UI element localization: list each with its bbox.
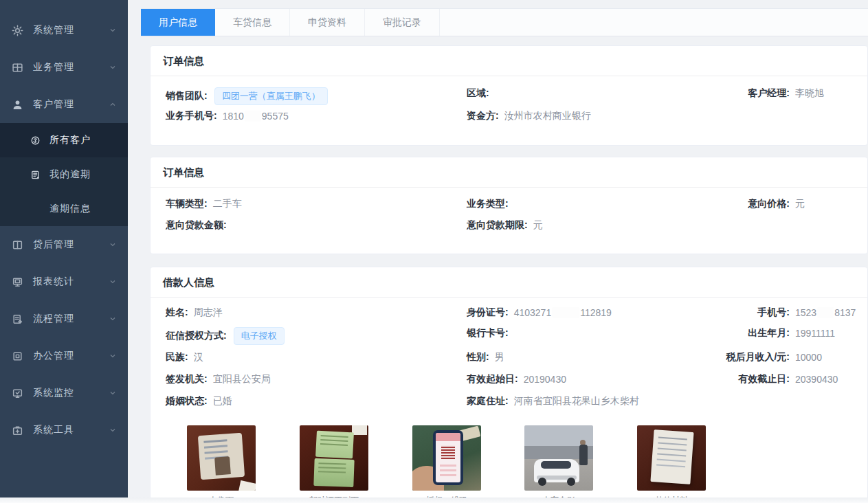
intent-loan-term-label: 意向贷款期限: <box>467 219 528 232</box>
id-number-value: 4103271112819 <box>514 307 612 318</box>
sidebar-item-customer-management[interactable]: 客户管理 <box>0 86 128 123</box>
masked-digits <box>245 111 261 122</box>
card-title: 借款人信息 <box>151 267 867 298</box>
chevron-down-icon <box>109 278 117 286</box>
masked-digits <box>552 307 579 318</box>
sidebar-item-business-management[interactable]: 业务管理 <box>0 49 128 86</box>
monitor-icon <box>11 276 23 288</box>
sidebar-item-office-management[interactable]: 办公管理 <box>0 337 128 375</box>
sidebar-item-report-statistics[interactable]: 报表统计 <box>0 263 128 300</box>
sidebar: 系统管理 业务管理 客户管理 所有客户 我的逾期 逾期信息 <box>0 0 128 499</box>
birth-date-label: 出生年月: <box>632 327 790 339</box>
photo-item: 其他材料 <box>637 425 706 491</box>
phone-label: 手机号: <box>632 306 790 319</box>
valid-from-label: 有效起始日: <box>467 373 518 385</box>
office-icon <box>11 350 23 362</box>
sidebar-item-overdue-info[interactable]: 逾期信息 <box>0 192 128 226</box>
funder-label: 资金方: <box>467 110 499 122</box>
sidebar-item-label: 逾期信息 <box>49 203 117 215</box>
chevron-up-icon <box>109 100 117 109</box>
intent-loan-amount-label: 意向贷款金额: <box>166 219 227 232</box>
bank-card-label: 银行卡号: <box>467 327 509 339</box>
tab-car-loan-info[interactable]: 车贷信息 <box>215 9 290 36</box>
gender-value: 男 <box>495 351 504 364</box>
home-address-value: 河南省宜阳县花果山乡木柴村 <box>514 395 639 407</box>
marital-status-value: 已婚 <box>213 395 232 407</box>
book-icon <box>11 238 23 251</box>
tab-loan-application-docs[interactable]: 申贷资料 <box>290 9 365 36</box>
credit-auth-label: 征信授权方式: <box>166 330 227 342</box>
crm-customer-detail-page: { "colors": { "accent": "#2d8cf0", "side… <box>0 0 868 503</box>
gender-label: 性别: <box>467 351 489 364</box>
valid-to-label: 有效截止日: <box>632 373 790 385</box>
sidebar-item-label: 系统管理 <box>33 24 109 36</box>
phone-value: 15238137 <box>795 307 856 318</box>
home-address-label: 家庭住址: <box>467 395 509 407</box>
tab-user-info[interactable]: 用户信息 <box>141 9 215 36</box>
monthly-income-label: 税后月收入/元: <box>632 351 790 364</box>
account-manager-value: 李晓旭 <box>795 87 824 100</box>
sidebar-item-label: 所有客户 <box>49 134 117 146</box>
chevron-down-icon <box>109 63 117 71</box>
chevron-down-icon <box>109 426 117 434</box>
sidebar-item-label: 报表统计 <box>33 276 109 288</box>
sidebar-item-label: 我的逾期 <box>49 168 117 181</box>
valid-from-value: 20190430 <box>524 374 566 385</box>
business-type-label: 业务类型: <box>467 198 509 210</box>
vehicle-type-value: 二手车 <box>213 198 242 210</box>
sidebar-item-system-management[interactable]: 系统管理 <box>0 12 128 49</box>
id-card-portrait-photo[interactable] <box>187 425 256 491</box>
intent-loan-term-value: 元 <box>533 219 543 232</box>
funder-value: 汝州市农村商业银行 <box>504 110 591 122</box>
chevron-down-icon <box>109 241 117 249</box>
phone-qr-auth-photo[interactable] <box>412 425 481 491</box>
sidebar-item-label: 客户管理 <box>33 98 109 111</box>
chevron-down-icon <box>109 352 117 360</box>
monthly-income-value: 10000 <box>795 352 822 363</box>
photo-item: 驾驶证正副页 <box>300 425 368 491</box>
order-info-card-2: 订单信息 车辆类型: 二手车 业务类型: 意向价格: 元 意向贷款金额: 意向贷… <box>150 157 868 254</box>
id-number-label: 身份证号: <box>467 306 509 319</box>
grid-icon <box>11 61 23 74</box>
sidebar-item-system-tools[interactable]: 系统工具 <box>0 412 128 449</box>
document-icon <box>29 168 41 181</box>
sidebar-item-label: 办公管理 <box>33 350 109 362</box>
name-value: 周志洋 <box>194 306 223 319</box>
chevron-down-icon <box>109 389 117 397</box>
user-icon <box>11 98 23 111</box>
workflow-icon <box>11 313 23 325</box>
birth-date-value: 19911111 <box>795 328 835 339</box>
account-manager-label: 客户经理: <box>632 87 790 100</box>
sidebar-item-label: 业务管理 <box>33 61 109 74</box>
region-label: 区域: <box>467 87 489 100</box>
horizontal-scrollbar[interactable] <box>0 498 868 503</box>
toolbox-icon <box>11 424 23 436</box>
credit-auth-tag: 电子授权 <box>234 327 285 345</box>
business-phone-label: 业务手机号: <box>166 110 217 122</box>
sidebar-item-postloan-management[interactable]: 贷后管理 <box>0 226 128 263</box>
photo-item: 人车合影 <box>524 425 593 491</box>
masked-digits <box>817 307 834 318</box>
name-label: 姓名: <box>166 306 188 319</box>
photo-item: 人像面 <box>187 425 256 491</box>
sales-team-label: 销售团队: <box>166 90 208 102</box>
person-with-car-photo[interactable] <box>524 425 593 491</box>
card-title: 订单信息 <box>151 46 867 76</box>
tab-approval-records[interactable]: 审批记录 <box>365 9 440 36</box>
green-booklet-photo[interactable] <box>300 425 368 491</box>
compass-icon <box>29 134 41 146</box>
business-phone-value: 181095575 <box>223 111 289 122</box>
paper-document-photo[interactable] <box>637 425 706 491</box>
chevron-down-icon <box>109 315 117 323</box>
sidebar-item-process-management[interactable]: 流程管理 <box>0 300 128 337</box>
sidebar-submenu-customer: 所有客户 我的逾期 逾期信息 <box>0 123 128 226</box>
marital-status-label: 婚姻状态: <box>166 395 208 407</box>
sidebar-item-my-overdue[interactable]: 我的逾期 <box>0 157 128 192</box>
monitor-check-icon <box>11 387 23 399</box>
order-info-card-1: 订单信息 销售团队: 四团一营（直属王鹏飞） 区域: 客户经理: 李晓旭 业务手… <box>150 45 868 146</box>
sidebar-item-label: 贷后管理 <box>33 238 109 251</box>
ethnicity-value: 汉 <box>194 351 203 364</box>
sidebar-item-all-customers[interactable]: 所有客户 <box>0 123 128 157</box>
sidebar-item-system-monitor[interactable]: 系统监控 <box>0 375 128 412</box>
issuing-authority-value: 宜阳县公安局 <box>213 373 271 385</box>
